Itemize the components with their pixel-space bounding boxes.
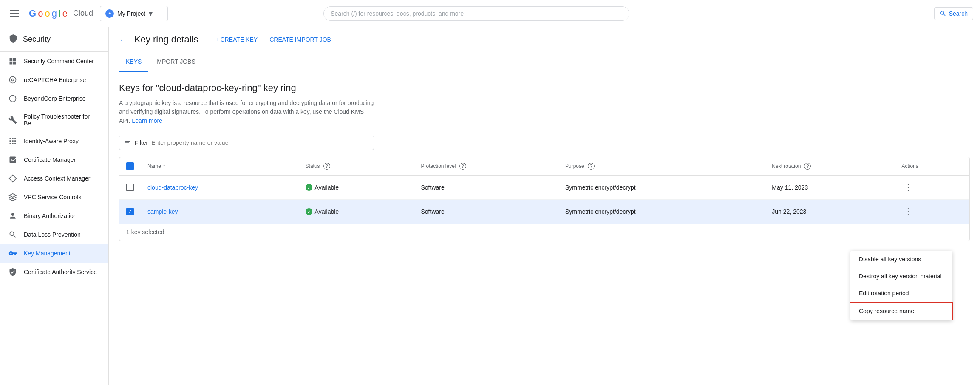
topbar-left: Google Cloud ✦ My Project ▾ (7, 6, 168, 21)
filter-bar: Filter (119, 136, 374, 150)
binary-auth-icon (8, 212, 17, 220)
col-header-purpose: Purpose ? (558, 157, 765, 176)
tabs: KEYS IMPORT JOBS (109, 52, 980, 72)
status-dot-row-1 (306, 184, 312, 191)
vpc-icon (8, 193, 17, 201)
tab-import-jobs[interactable]: IMPORT JOBS (148, 52, 202, 72)
content-area: ← Key ring details + CREATE KEY + CREATE… (109, 27, 980, 385)
sidebar-item-label: BeyondCorp Enterprise (24, 95, 86, 102)
filter-icon (125, 139, 131, 146)
wrench-icon (8, 116, 17, 124)
google-logo: Google Cloud (29, 8, 93, 19)
sidebar-item-label: Key Management (24, 250, 71, 257)
sidebar-item-certificate-manager[interactable]: Certificate Manager (0, 150, 108, 169)
back-button[interactable]: ← (119, 35, 127, 45)
sidebar-item-label: VPC Service Controls (24, 194, 81, 201)
rotation-help-icon[interactable]: ? (804, 163, 811, 170)
col-header-next-rotation: Next rotation ? (765, 157, 895, 176)
sidebar-item-recaptcha-enterprise[interactable]: reCAPTCHA Enterprise (0, 71, 108, 89)
recaptcha-icon (8, 76, 17, 84)
svg-point-1 (12, 79, 14, 81)
create-key-button[interactable]: + CREATE KEY (215, 36, 258, 43)
search-button[interactable]: Search (934, 7, 973, 20)
status-badge-row-1: Available (306, 184, 408, 191)
description: A cryptographic key is a resource that i… (119, 99, 374, 125)
protection-level-row-2: Software (414, 200, 558, 224)
context-menu-item-copy-resource-name[interactable]: Copy resource name (850, 302, 953, 320)
tab-keys[interactable]: KEYS (119, 52, 148, 72)
project-selector[interactable]: ✦ My Project ▾ (100, 6, 168, 21)
table-row: sample-key Available Software Symmetric … (119, 200, 969, 224)
section-title: Keys for "cloud-dataproc-key-ring" key r… (119, 82, 970, 93)
sidebar-item-label: Security Command Center (24, 58, 94, 65)
project-icon: ✦ (105, 9, 114, 18)
keys-table: Name ↑ Status ? (119, 157, 969, 224)
content-body: Keys for "cloud-dataproc-key-ring" key r… (109, 72, 980, 251)
diamond-icon (8, 174, 17, 183)
purpose-row-2: Symmetric encrypt/decrypt (558, 200, 765, 224)
project-name: My Project (117, 10, 145, 17)
sidebar-item-binary-authorization[interactable]: Binary Authorization (0, 207, 108, 225)
select-all-checkbox[interactable] (126, 162, 134, 170)
status-badge-row-2: Available (306, 208, 408, 215)
sidebar-item-label: Identity-Aware Proxy (24, 138, 79, 144)
filter-label: Filter (135, 139, 148, 146)
hamburger-menu[interactable] (7, 7, 22, 20)
sidebar: Security Security Command Center reCAPTC… (0, 27, 109, 385)
table-container: Name ↑ Status ? (119, 157, 970, 241)
sidebar-title: Security (23, 35, 51, 44)
sidebar-item-security-command-center[interactable]: Security Command Center (0, 52, 108, 71)
more-actions-row-1[interactable]: ⋮ (901, 181, 915, 194)
sidebar-item-label: Certificate Authority Service (24, 269, 97, 275)
protection-level-row-1: Software (414, 176, 558, 200)
page-title: Key ring details (134, 34, 198, 45)
create-import-job-button[interactable]: + CREATE IMPORT JOB (264, 36, 331, 43)
main-layout: Security Security Command Center reCAPTC… (0, 27, 980, 385)
sidebar-item-certificate-authority[interactable]: Certificate Authority Service (0, 263, 108, 281)
ring-icon (8, 94, 17, 103)
key-link-sample-key[interactable]: sample-key (147, 208, 178, 215)
table-row: cloud-dataproc-key Available Software Sy… (119, 176, 969, 200)
context-menu-item-destroy-all[interactable]: Destroy all key version material (850, 268, 952, 285)
col-header-name: Name ↑ (141, 157, 299, 176)
context-menu-item-disable-all[interactable]: Disable all key versions (850, 251, 952, 268)
sidebar-item-access-context-manager[interactable]: Access Context Manager (0, 169, 108, 188)
sidebar-item-label: reCAPTCHA Enterprise (24, 76, 86, 83)
certificate-icon (8, 156, 17, 164)
project-dropdown-arrow: ▾ (149, 9, 153, 18)
search-button-label: Search (949, 10, 968, 17)
sidebar-item-identity-aware-proxy[interactable]: Identity-Aware Proxy (0, 132, 108, 150)
more-actions-row-2[interactable]: ⋮ (901, 205, 915, 218)
topbar: Google Cloud ✦ My Project ▾ Search (0, 0, 980, 27)
status-dot-row-2 (306, 208, 312, 215)
shield-icon (8, 34, 18, 45)
sidebar-item-label: Certificate Manager (24, 156, 76, 163)
context-menu-item-edit-rotation[interactable]: Edit rotation period (850, 285, 952, 302)
key-link-cloud-dataproc[interactable]: cloud-dataproc-key (147, 184, 198, 191)
search-input[interactable] (331, 10, 622, 17)
status-text-row-1: Available (315, 184, 339, 191)
learn-more-link[interactable]: Learn more (132, 117, 162, 124)
svg-point-0 (10, 77, 16, 83)
sidebar-item-policy-troubleshooter[interactable]: Policy Troubleshooter for Be... (0, 108, 108, 132)
col-header-status: Status ? (299, 157, 414, 176)
status-help-icon[interactable]: ? (323, 163, 330, 170)
protection-help-icon[interactable]: ? (459, 163, 466, 170)
iap-icon (8, 137, 17, 145)
header-actions: + CREATE KEY + CREATE IMPORT JOB (215, 36, 331, 43)
sidebar-item-label: Data Loss Prevention (24, 231, 81, 238)
filter-input[interactable] (151, 139, 368, 146)
sidebar-item-label: Access Context Manager (24, 175, 90, 182)
col-header-protection-level: Protection level ? (414, 157, 558, 176)
sidebar-item-label: Policy Troubleshooter for Be... (24, 113, 100, 127)
selection-count: 1 key selected (119, 224, 969, 241)
row-2-checkbox[interactable] (126, 208, 134, 215)
sidebar-item-beyondcorp-enterprise[interactable]: BeyondCorp Enterprise (0, 89, 108, 108)
sidebar-item-key-management[interactable]: Key Management (0, 244, 108, 263)
sidebar-item-data-loss-prevention[interactable]: Data Loss Prevention (0, 225, 108, 244)
row-1-checkbox[interactable] (126, 184, 134, 191)
key-icon (8, 249, 17, 258)
sort-icon: ↑ (163, 163, 165, 169)
sidebar-item-vpc-service-controls[interactable]: VPC Service Controls (0, 188, 108, 207)
purpose-help-icon[interactable]: ? (588, 163, 595, 170)
